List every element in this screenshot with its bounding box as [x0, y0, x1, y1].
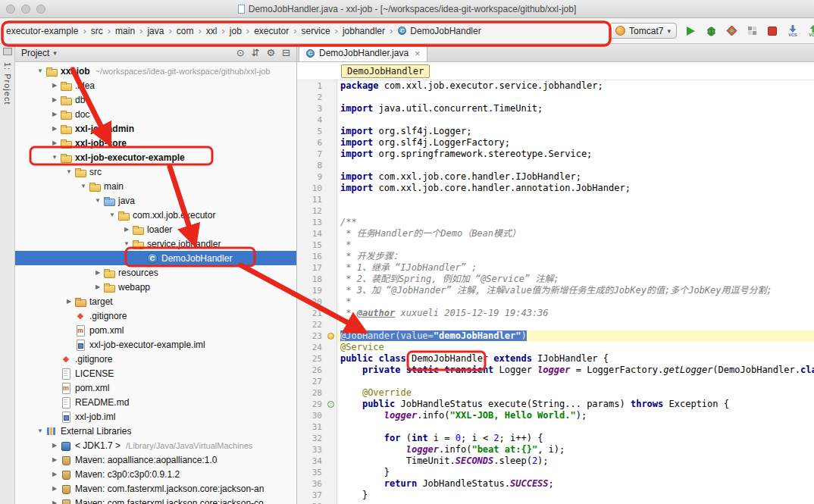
expanded-arrow-icon[interactable]: ▼	[92, 197, 103, 204]
code-text[interactable]: *	[337, 296, 814, 308]
tree-item-doc[interactable]: ▶doc	[15, 107, 296, 121]
code-line-2[interactable]: 2	[297, 92, 814, 103]
tree-item-maven-c3p0-c3p0-0-9-1-2[interactable]: ▶Maven: c3p0:c3p0:0.9.1.2	[15, 467, 296, 481]
code-line-1[interactable]: 1package com.xxl.job.executor.service.jo…	[297, 80, 814, 92]
code-line-30[interactable]: 30 logger.info("XXL-JOB, Hello World.");	[297, 410, 814, 421]
collapsed-arrow-icon[interactable]: ▶	[49, 139, 60, 146]
tree-item-pom-xml[interactable]: pom.xml	[15, 380, 296, 395]
code-text[interactable]: logger.info("XXL-JOB, Hello World.");	[337, 410, 814, 421]
code-line-34[interactable]: 34 TimeUnit.SECONDS.sleep(2);	[297, 455, 814, 467]
locate-icon[interactable]: ⊙	[236, 48, 245, 58]
code-text[interactable]: public JobHandleStatus execute(String...…	[337, 399, 814, 410]
tree-item-demojobhandler[interactable]: DemoJobHandler	[15, 251, 296, 265]
breadcrumb-item-com[interactable]: com	[175, 24, 196, 38]
code-text[interactable]: public class DemoJobHandler extends IJob…	[337, 353, 814, 365]
code-line-18[interactable]: 18 * 2、装配到Spring, 例如加 “@Service” 注解;	[297, 274, 814, 285]
code-line-16[interactable]: 16 * 开发步骤：	[297, 251, 814, 262]
code-lines[interactable]: 1package com.xxl.job.executor.service.jo…	[297, 80, 814, 504]
expanded-arrow-icon[interactable]: ▼	[78, 183, 89, 189]
tree-item-db[interactable]: ▶db	[15, 92, 296, 107]
vcs-commit-button[interactable]: VCS	[806, 24, 814, 38]
profiler-button[interactable]	[745, 24, 759, 38]
code-text[interactable]: package com.xxl.job.executor.service.job…	[337, 80, 814, 92]
code-line-23[interactable]: 23@JobHander(value="demoJobHandler")	[297, 330, 814, 342]
collapsed-arrow-icon[interactable]: ▶	[92, 269, 103, 276]
collapsed-arrow-icon[interactable]: ▶	[49, 499, 60, 504]
tree-item-idea[interactable]: ▶.idea	[15, 78, 296, 92]
breadcrumb-item-main[interactable]: main	[114, 24, 136, 38]
collapse-all-icon[interactable]: ⇵	[252, 48, 260, 58]
code-text[interactable]: @Service	[337, 342, 814, 353]
tree-item-pom-xml[interactable]: pom.xml	[15, 323, 296, 337]
code-text[interactable]: */	[337, 319, 814, 330]
tree-item-xxl-job-admin[interactable]: ▶xxl-job-admin	[15, 121, 296, 136]
collapsed-arrow-icon[interactable]: ▶	[49, 442, 60, 449]
coverage-button[interactable]	[725, 24, 738, 38]
run-configuration-select[interactable]: Tomcat7 ▾	[609, 23, 677, 39]
code-text[interactable]: private static transient Logger logger =…	[337, 365, 814, 376]
code-text[interactable]: import com.xxl.job.core.handler.IJobHand…	[337, 171, 814, 183]
code-line-36[interactable]: 36 return JobHandleStatus.SUCCESS;	[297, 478, 814, 490]
code-text[interactable]: * 任务Handler的一个Demo（Bean模式）	[337, 228, 814, 239]
code-text[interactable]: for (int i = 0; i < 2; i++) {	[337, 433, 814, 444]
code-line-27[interactable]: 27	[297, 376, 814, 387]
code-text[interactable]: * 开发步骤：	[337, 251, 814, 262]
tree-item-xxl-job-core[interactable]: ▶xxl-job-core	[15, 136, 296, 150]
code-text[interactable]: import org.slf4j.LoggerFactory;	[337, 137, 814, 149]
tree-item-external-libraries[interactable]: ▼External Libraries	[15, 424, 296, 438]
code-text[interactable]: logger.info("beat at:{}", i);	[337, 444, 814, 455]
zoom-window-button[interactable]	[36, 5, 45, 14]
code-text[interactable]: @Override	[337, 387, 814, 399]
code-text[interactable]: @JobHander(value="demoJobHandler")	[337, 330, 814, 342]
breadcrumb-item-java[interactable]: java	[146, 24, 165, 38]
code-line-3[interactable]: 3import java.util.concurrent.TimeUnit;	[297, 103, 814, 114]
code-text[interactable]: * 1、继承 “IJobHandler” ;	[337, 262, 814, 274]
code-line-13[interactable]: 13/**	[297, 217, 814, 228]
code-line-6[interactable]: 6import org.slf4j.LoggerFactory;	[297, 137, 814, 149]
project-tool-window-button[interactable]: 1: Project	[3, 62, 12, 105]
code-text[interactable]: TimeUnit.SECONDS.sleep(2);	[337, 455, 814, 467]
code-text[interactable]: import org.slf4j.Logger;	[337, 126, 814, 137]
code-line-26[interactable]: 26 private static transient Logger logge…	[297, 365, 814, 376]
code-line-10[interactable]: 10import com.xxl.job.core.handler.annota…	[297, 183, 814, 194]
code-text[interactable]: import com.xxl.job.core.handler.annotati…	[337, 183, 814, 194]
tree-item-maven-com-fasterxml-jackson-core-jackson-an[interactable]: ▶Maven: com.fasterxml.jackson.core:jacks…	[15, 481, 296, 496]
editor-tab-demojobhandler[interactable]: DemoJobHandler.java ×	[299, 44, 427, 61]
code-line-15[interactable]: 15 *	[297, 239, 814, 251]
code-text[interactable]: import org.springframework.stereotype.Se…	[337, 149, 814, 160]
code-line-33[interactable]: 33 logger.info("beat at:{}", i);	[297, 444, 814, 455]
tree-item-main[interactable]: ▼main	[15, 179, 296, 193]
tree-item-xxl-job-executor-example-iml[interactable]: xxl-job-executor-example.iml	[15, 337, 296, 352]
expanded-arrow-icon[interactable]: ▼	[121, 240, 132, 247]
collapsed-arrow-icon[interactable]: ▶	[49, 456, 60, 463]
collapsed-arrow-icon[interactable]: ▶	[121, 226, 132, 233]
code-line-37[interactable]: 37 }	[297, 490, 814, 501]
code-text[interactable]: import java.util.concurrent.TimeUnit;	[337, 103, 814, 114]
code-text[interactable]	[337, 421, 814, 433]
breadcrumb-item-executor-example[interactable]: executor-example	[5, 24, 80, 38]
breadcrumb-item-src[interactable]: src	[89, 24, 105, 38]
code-line-9[interactable]: 9import com.xxl.job.core.handler.IJobHan…	[297, 171, 814, 183]
collapsed-arrow-icon[interactable]: ▶	[49, 485, 60, 492]
tree-item-maven-aopalliance-aopalliance-1-0[interactable]: ▶Maven: aopalliance:aopalliance:1.0	[15, 452, 296, 467]
override-icon[interactable]	[326, 399, 337, 410]
code-line-21[interactable]: 21 * @author xuxueli 2015-12-19 19:43:36	[297, 308, 814, 319]
code-text[interactable]: /**	[337, 217, 814, 228]
collapsed-arrow-icon[interactable]: ▶	[49, 82, 60, 89]
tree-item-license[interactable]: LICENSE	[15, 366, 296, 380]
code-line-29[interactable]: 29 public JobHandleStatus execute(String…	[297, 399, 814, 410]
expanded-arrow-icon[interactable]: ▼	[35, 427, 45, 434]
close-window-button[interactable]	[6, 5, 15, 14]
code-text[interactable]: * @author xuxueli 2015-12-19 19:43:36	[337, 308, 814, 319]
run-button[interactable]	[684, 24, 697, 38]
code-line-11[interactable]: 11	[297, 194, 814, 205]
tree-item-java[interactable]: ▼java	[15, 193, 296, 208]
tree-item-gitignore[interactable]: .gitignore	[15, 308, 296, 323]
editor-breadcrumb-chip[interactable]: DemoJobHandler	[341, 64, 430, 78]
hide-panel-icon[interactable]: ⊟	[282, 48, 290, 58]
code-text[interactable]	[337, 92, 814, 103]
tree-item-webapp[interactable]: ▶webapp	[15, 280, 296, 294]
minimize-window-button[interactable]	[21, 5, 30, 14]
breadcrumb-item-demojobhandler[interactable]: DemoJobHandler	[396, 24, 482, 38]
breadcrumb-item-xxl[interactable]: xxl	[205, 24, 219, 38]
